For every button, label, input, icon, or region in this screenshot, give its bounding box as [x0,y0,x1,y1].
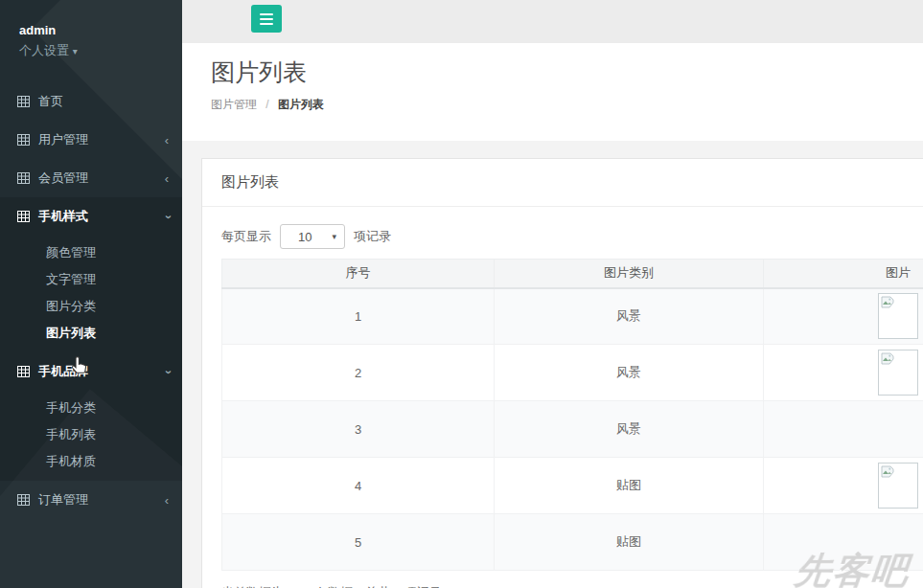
table-header-row: 序号 图片类别 图片 [222,260,923,288]
chevron-down-icon [165,365,169,379]
treeview-phone-style: 手机样式 颜色管理 文字管理 图片分类 图片列表 [0,197,182,352]
user-settings-dropdown[interactable]: 个人设置 ▾ [19,42,182,59]
content-body: 图片列表 每页显示 10 ▾ 项记录 序号 图片类别 [182,141,923,588]
table-row: 5 贴图 [222,514,923,571]
cell-index: 5 [222,514,495,571]
panel-body: 每页显示 10 ▾ 项记录 序号 图片类别 图片 [202,207,923,588]
sidebar-item-phone-category[interactable]: 手机分类 [0,395,182,421]
image-list-table: 序号 图片类别 图片 1 风景 [221,259,923,571]
cell-index: 3 [222,401,495,458]
table-row: 4 贴图 [222,458,923,514]
sidebar-item-image-category[interactable]: 图片分类 [0,293,182,320]
chevron-left-icon [165,171,169,186]
sidebar-item-label: 用户管理 [38,131,88,148]
content-header: 图片列表 图片管理 / 图片列表 [182,43,923,141]
cell-image [764,401,923,458]
sidebar-item-text-mgmt[interactable]: 文字管理 [0,266,182,293]
sidebar-item-orders[interactable]: 订单管理 [0,481,182,519]
cell-index: 4 [222,458,495,514]
hamburger-icon [260,18,273,20]
cell-image [764,288,923,345]
cell-image [764,345,923,401]
chevron-left-icon [165,493,169,508]
column-header-index[interactable]: 序号 [222,260,495,288]
cell-image [764,458,923,514]
broken-image-icon [878,293,918,339]
cell-category: 风景 [495,345,764,401]
sidebar-item-label: 手机样式 [38,208,88,225]
table-summary: 当前数据为 1 - 5 条数据；总共 5 项记录 [221,584,923,588]
sidebar-item-phone-material[interactable]: 手机材质 [0,448,182,475]
sidebar-toggle-button[interactable] [251,5,282,33]
table-row: 2 风景 [222,345,923,401]
sidebar-item-home[interactable]: 首页 [0,82,182,121]
sidebar-item-users[interactable]: 用户管理 [0,121,182,159]
table-grid-icon [17,96,30,107]
submenu-phone-brand: 手机分类 手机列表 手机材质 [0,391,182,481]
cell-category: 风景 [495,401,764,458]
sidebar-item-phone-style[interactable]: 手机样式 [0,197,182,236]
cell-index: 2 [222,345,495,401]
cell-category: 风景 [495,288,764,345]
sidebar-item-phone-brand[interactable]: 手机品牌 [0,352,182,391]
hamburger-icon [260,23,273,25]
caret-down-icon: ▾ [73,46,78,57]
table-row: 1 风景 [222,288,923,345]
page-size-control: 每页显示 10 ▾ 项记录 [221,224,923,249]
page-size-suffix: 项记录 [354,228,391,245]
sidebar-item-color-mgmt[interactable]: 颜色管理 [0,239,182,266]
sidebar-item-members[interactable]: 会员管理 [0,159,182,197]
user-panel: admin 个人设置 ▾ [0,0,182,63]
hamburger-icon [260,13,273,15]
sidebar-item-label: 订单管理 [38,491,88,509]
cell-index: 1 [222,288,495,345]
table-grid-icon [17,366,30,377]
main-area: 图片列表 图片管理 / 图片列表 图片列表 每页显示 10 ▾ 项记录 [182,0,923,588]
page-size-value: 10 [298,230,312,244]
broken-image-icon [878,463,918,509]
table-grid-icon [17,134,30,146]
column-header-category[interactable]: 图片类别 [495,260,764,288]
page-title: 图片列表 [211,57,923,88]
panel-title: 图片列表 [202,159,923,207]
sidebar-menu: 首页 用户管理 会员管理 手机样式 颜色 [0,82,182,519]
column-header-image[interactable]: 图片 [764,260,923,288]
breadcrumb: 图片管理 / 图片列表 [211,97,923,113]
breadcrumb-separator: / [265,98,268,111]
sidebar-item-label: 会员管理 [38,170,88,187]
chevron-down-icon [165,210,169,224]
table-row: 3 风景 [222,401,923,458]
sidebar-item-label: 手机品牌 [38,363,88,380]
page-size-prefix: 每页显示 [221,228,271,245]
broken-image-icon [878,350,918,396]
sidebar-item-label: 首页 [38,93,63,110]
image-list-panel: 图片列表 每页显示 10 ▾ 项记录 序号 图片类别 [201,158,923,588]
table-grid-icon [17,172,30,184]
cell-category: 贴图 [495,458,764,514]
breadcrumb-parent[interactable]: 图片管理 [211,98,257,111]
sidebar-item-phone-list[interactable]: 手机列表 [0,421,182,448]
chevron-left-icon [165,133,169,147]
username: admin [19,23,182,37]
treeview-phone-brand: 手机品牌 手机分类 手机列表 手机材质 [0,352,182,481]
breadcrumb-current: 图片列表 [278,98,324,111]
sidebar-item-image-list[interactable]: 图片列表 [0,320,182,347]
sidebar: admin 个人设置 ▾ 首页 用户管理 会员管理 [0,0,182,588]
submenu-phone-style: 颜色管理 文字管理 图片分类 图片列表 [0,236,182,352]
cell-category: 贴图 [495,514,764,571]
top-navbar [182,0,923,43]
page-size-select[interactable]: 10 ▾ [280,224,345,249]
caret-down-icon: ▾ [332,232,336,241]
user-settings-label: 个人设置 [19,43,69,57]
table-grid-icon [17,211,30,222]
table-grid-icon [17,494,30,506]
cell-image [764,514,923,571]
